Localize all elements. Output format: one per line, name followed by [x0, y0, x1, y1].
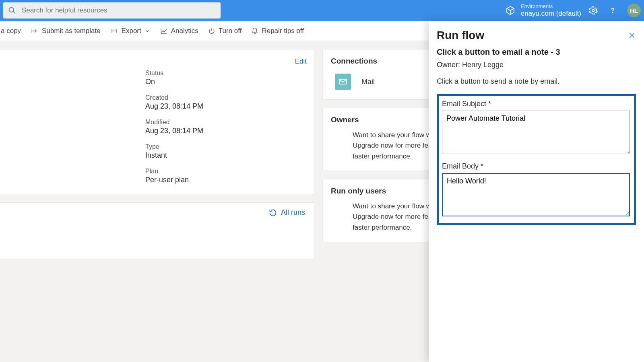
status-label: Status: [145, 70, 314, 77]
all-runs-label: All runs: [281, 208, 305, 217]
export-button[interactable]: Export: [110, 27, 150, 35]
email-subject-input[interactable]: [442, 111, 630, 154]
search-box[interactable]: [3, 2, 221, 19]
analytics-label: Analytics: [171, 27, 198, 35]
app-header: Environments enayu.com (default) HL: [0, 0, 644, 21]
bell-icon: [251, 27, 258, 35]
plan-label: Plan: [145, 168, 314, 175]
help-button[interactable]: [605, 3, 620, 18]
run-flow-form: Email Subject * Email Body *: [437, 94, 636, 225]
status-value: On: [145, 78, 314, 86]
submit-template-label: Submit as template: [42, 27, 101, 35]
environment-label: Environments: [521, 4, 581, 10]
refresh-icon: [269, 209, 277, 217]
email-body-input[interactable]: [442, 173, 630, 216]
panel-owner: Owner: Henry Legge: [437, 61, 636, 69]
run-flow-panel: Run flow Click a button to email a note …: [429, 21, 644, 362]
environment-name: enayu.com (default): [521, 10, 581, 18]
created-value: Aug 23, 08:14 PM: [145, 102, 314, 111]
email-body-label: Email Body *: [442, 162, 630, 171]
turn-off-button[interactable]: Turn off: [208, 27, 242, 35]
mail-icon: [338, 77, 348, 86]
analytics-button[interactable]: Analytics: [160, 27, 198, 35]
submit-template-button[interactable]: Submit as template: [31, 27, 101, 35]
svg-point-2: [592, 9, 594, 12]
modified-value: Aug 23, 08:14 PM: [145, 127, 314, 135]
created-label: Created: [145, 94, 314, 101]
analytics-icon: [160, 27, 168, 35]
user-avatar[interactable]: HL: [627, 4, 641, 17]
edit-link[interactable]: Edit: [0, 55, 314, 66]
export-icon: [110, 27, 118, 35]
type-label: Type: [145, 143, 314, 150]
gear-icon: [589, 6, 598, 15]
search-icon: [8, 6, 16, 14]
type-value: Instant: [145, 151, 314, 160]
run-history-card: All runs: [0, 202, 314, 259]
settings-button[interactable]: [586, 3, 601, 18]
connection-name: Mail: [361, 78, 375, 86]
svg-line-1: [13, 12, 15, 13]
svg-point-3: [612, 12, 613, 13]
environment-picker[interactable]: Environments enayu.com (default): [506, 4, 581, 17]
power-icon: [208, 27, 215, 35]
environment-icon: [506, 6, 515, 15]
close-icon: [628, 31, 636, 39]
plan-value: Per-user plan: [145, 176, 314, 184]
modified-label: Modified: [145, 119, 314, 126]
panel-title: Run flow: [437, 29, 636, 42]
submit-icon: [31, 27, 39, 35]
email-subject-label: Email Subject *: [442, 100, 630, 108]
save-copy-button[interactable]: a copy: [1, 27, 21, 35]
all-runs-link[interactable]: All runs: [269, 208, 305, 217]
help-icon: [608, 6, 617, 15]
repair-tips-label: Repair tips off: [262, 27, 304, 35]
svg-point-0: [9, 8, 14, 12]
panel-subtitle: Click a button to email a note - 3: [437, 47, 636, 57]
mail-connection-icon: [335, 74, 351, 90]
turn-off-label: Turn off: [219, 27, 242, 35]
search-input[interactable]: [22, 6, 216, 14]
close-panel-button[interactable]: [628, 31, 636, 42]
chevron-down-icon: [144, 28, 150, 34]
flow-details-card: Edit Status On Created Aug 23, 08:14 PM …: [0, 49, 314, 194]
export-label: Export: [122, 27, 141, 35]
panel-description: Click a button to send a note by email.: [437, 77, 636, 86]
repair-tips-button[interactable]: Repair tips off: [251, 27, 304, 35]
